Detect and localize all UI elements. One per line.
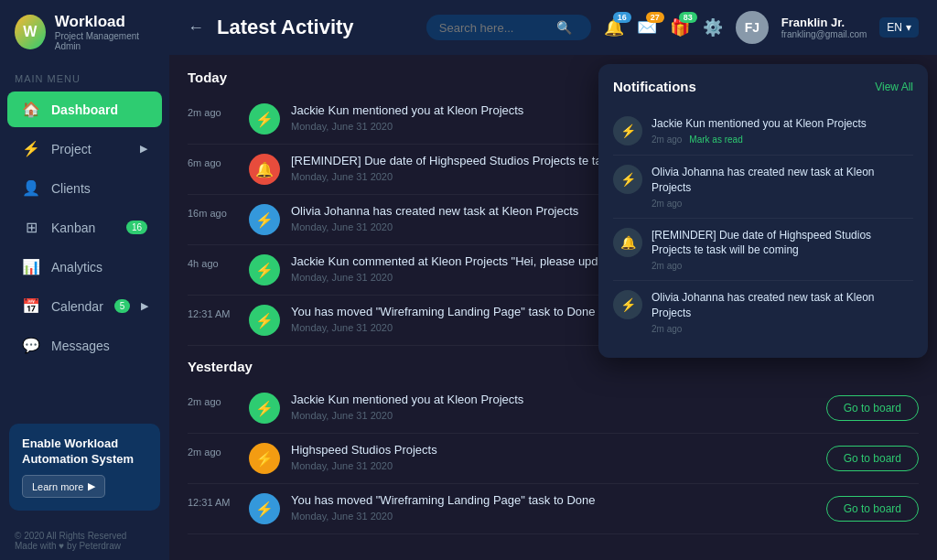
bolt-icon: ⚡ (22, 140, 40, 157)
notif-text: Olivia Johanna has created new task at K… (652, 165, 913, 196)
topbar: ← Latest Activity 🔍 🔔 16 ✉️ 27 🎁 83 ⚙️ F… (169, 0, 937, 55)
mail-icon-button[interactable]: ✉️ 27 (637, 17, 657, 38)
menu-section-label: Main Menu (0, 64, 169, 90)
project-arrow: ▶ (140, 143, 147, 155)
mark-read-link[interactable]: Mark as read (689, 135, 742, 145)
content-area: Today 2m ago ⚡ Jackie Kun mentioned you … (169, 55, 937, 560)
logo-text: Workload Project Management Admin (55, 13, 155, 51)
notif-item-3: 🔔 [REMINDER] Due date of Highspeed Studi… (613, 219, 913, 282)
avatar-circle: ⚡ (249, 305, 280, 336)
goto-board-button-2[interactable]: Go to board (826, 446, 919, 471)
kanban-badge: 16 (126, 221, 147, 234)
sidebar-item-clients[interactable]: 👤 Clients (7, 170, 162, 206)
time-label: 12:31 AM (188, 493, 238, 508)
notif-item-2: ⚡ Olivia Johanna has created new task at… (613, 156, 913, 219)
avatar: FJ (736, 11, 769, 44)
avatar-circle: ⚡ (249, 493, 280, 524)
avatar-circle: ⚡ (249, 393, 280, 424)
notifications-dropdown: Notifications View All ⚡ Jackie Kun ment… (598, 64, 928, 358)
user-info: Franklin Jr. frankling@gmail.com (781, 16, 867, 39)
time-label: 16m ago (188, 204, 238, 219)
app-subtitle: Project Management Admin (55, 31, 155, 51)
notif-meta: 2m ago (652, 261, 913, 271)
search-bar: 🔍 (426, 15, 591, 40)
activity-main: Jackie Kun mentioned you at Kleon Projec… (291, 393, 730, 408)
user-icon: 👤 (22, 179, 40, 197)
topbar-icons: 🔔 16 ✉️ 27 🎁 83 ⚙️ (604, 17, 723, 38)
notif-header: Notifications View All (613, 79, 913, 94)
chart-icon: 📊 (22, 258, 40, 275)
notif-body: Olivia Johanna has created new task at K… (652, 165, 913, 209)
activity-text: Highspeed Studios Projects Monday, June … (291, 443, 815, 471)
sidebar-item-kanban[interactable]: ⊞ Kanban 16 (7, 210, 162, 245)
avatar-circle: 🔔 (249, 154, 280, 185)
notif-text: [REMINDER] Due date of Highspeed Studios… (652, 228, 913, 259)
sidebar-item-dashboard[interactable]: 🏠 Dashboard (7, 92, 162, 127)
notif-title: Notifications (613, 79, 696, 94)
goto-board-button-1[interactable]: Go to board (826, 395, 919, 421)
time-label: 2m ago (188, 443, 238, 458)
notif-icon: 🔔 (613, 228, 642, 257)
avatar-circle: ⚡ (249, 254, 280, 285)
notif-time: 2m ago (652, 261, 682, 271)
notif-item-4: ⚡ Olivia Johanna has created new task at… (613, 281, 913, 343)
notif-text: Jackie Kun mentioned you at Kleon Projec… (652, 116, 913, 132)
view-all-link[interactable]: View All (875, 81, 913, 93)
time-label: 12:31 AM (188, 305, 238, 319)
logo-icon: W (15, 15, 46, 49)
notif-time: 2m ago (652, 135, 682, 145)
time-label: 2m ago (188, 103, 238, 118)
activity-date: Monday, June 31 2020 (291, 410, 815, 421)
home-icon: 🏠 (22, 101, 40, 118)
notif-body: [REMINDER] Due date of Highspeed Studios… (652, 228, 913, 272)
mail-badge: 27 (646, 12, 664, 23)
promo-card: Enable Workload Automation System Learn … (9, 424, 160, 511)
messages-icon: 💬 (22, 337, 40, 354)
search-icon: 🔍 (556, 20, 572, 35)
main-panel: ← Latest Activity 🔍 🔔 16 ✉️ 27 🎁 83 ⚙️ F… (169, 0, 937, 560)
page-title: Latest Activity (217, 16, 414, 39)
activity-date: Monday, June 31 2020 (291, 511, 815, 522)
sidebar-item-messages[interactable]: 💬 Messages (7, 328, 162, 363)
grid-icon: ⊞ (22, 219, 40, 236)
gift-badge: 83 (679, 12, 697, 23)
notif-icon: ⚡ (613, 290, 642, 319)
sidebar-item-analytics[interactable]: 📊 Analytics (7, 249, 162, 285)
notif-body: Jackie Kun mentioned you at Kleon Projec… (652, 116, 913, 145)
gift-icon-button[interactable]: 🎁 83 (670, 17, 690, 38)
notif-body: Olivia Johanna has created new task at K… (652, 290, 913, 334)
chevron-down-icon: ▾ (906, 21, 911, 34)
avatar-circle: ⚡ (249, 443, 280, 474)
learn-more-button[interactable]: Learn more ▶ (22, 475, 105, 498)
activity-item-yesterday-3: 12:31 AM ⚡ You has moved "Wireframing La… (188, 484, 919, 534)
time-label: 6m ago (188, 154, 238, 168)
sidebar: W Workload Project Management Admin Main… (0, 0, 169, 560)
bell-badge: 16 (613, 12, 631, 23)
language-button[interactable]: EN ▾ (879, 17, 919, 38)
bell-icon-button[interactable]: 🔔 16 (604, 17, 624, 38)
avatar-circle: ⚡ (249, 204, 280, 235)
sidebar-item-calendar[interactable]: 📅 Calendar 5 ▶ (7, 288, 162, 324)
back-button[interactable]: ← (188, 18, 204, 38)
activity-item-yesterday-2: 2m ago ⚡ Highspeed Studios Projects Mond… (188, 434, 919, 484)
notif-time: 2m ago (652, 324, 682, 334)
notif-icon: ⚡ (613, 116, 642, 145)
yesterday-label: Yesterday (188, 359, 919, 374)
sidebar-item-project[interactable]: ⚡ Project ▶ (7, 131, 162, 167)
calendar-icon: 📅 (22, 297, 40, 315)
avatar-circle: ⚡ (249, 103, 280, 135)
notif-meta: 2m ago (652, 199, 913, 209)
time-label: 2m ago (188, 393, 238, 407)
promo-title: Enable Workload Automation System (22, 436, 147, 468)
sidebar-logo: W Workload Project Management Admin (0, 0, 169, 64)
notif-meta: 2m ago Mark as read (652, 135, 913, 145)
notif-text: Olivia Johanna has created new task at K… (652, 290, 913, 321)
sidebar-footer: © 2020 All Rights Reserved Made with ♥ b… (0, 522, 169, 560)
activity-main: You has moved "Wireframing Landing Page"… (291, 493, 730, 509)
time-label: 4h ago (188, 254, 238, 269)
goto-board-button-3[interactable]: Go to board (826, 496, 919, 522)
settings-icon-button[interactable]: ⚙️ (703, 17, 723, 38)
notif-icon: ⚡ (613, 165, 642, 194)
search-input[interactable] (439, 21, 549, 35)
activity-text: You has moved "Wireframing Landing Page"… (291, 493, 815, 522)
